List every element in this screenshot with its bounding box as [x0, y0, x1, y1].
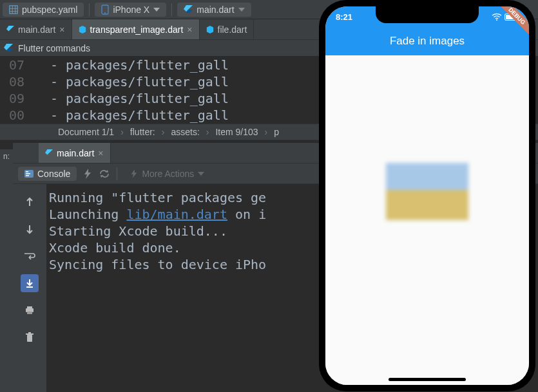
close-icon[interactable]: ×: [98, 148, 103, 158]
editor-tab-main[interactable]: main.dart ×: [0, 19, 72, 39]
run-tab-main[interactable]: main.dart ×: [39, 143, 111, 163]
file-label: main.dart: [197, 5, 234, 15]
run-config-label: pubspec.yaml: [22, 5, 77, 15]
home-indicator: [389, 378, 466, 381]
svg-rect-18: [26, 175, 29, 176]
scroll-down-button[interactable]: [21, 220, 39, 238]
chevron-down-icon: [153, 8, 160, 12]
svg-marker-14: [45, 149, 53, 155]
breadcrumb-item[interactable]: flutter:: [130, 127, 155, 137]
ios-simulator: DEBUG 8:21 Fade in images: [319, 0, 535, 391]
svg-rect-25: [27, 312, 32, 314]
close-icon[interactable]: ×: [187, 24, 192, 35]
chevron-down-icon: [198, 172, 204, 176]
flutter-commands-label: Flutter commands: [18, 43, 90, 53]
device-label: iPhone X: [113, 5, 149, 15]
lightning-icon[interactable]: [83, 169, 92, 179]
wifi-icon: [492, 13, 502, 21]
svg-point-6: [104, 12, 106, 14]
breadcrumb-item[interactable]: Document 1/1: [58, 127, 114, 137]
line-number: 07: [0, 57, 24, 73]
chevron-down-icon: [238, 8, 245, 12]
run-config-selector[interactable]: pubspec.yaml: [3, 3, 84, 17]
reload-icon[interactable]: [99, 169, 110, 179]
soft-wrap-button[interactable]: [21, 247, 39, 265]
console-action-bar: [13, 184, 46, 392]
fold-column: [31, 57, 50, 124]
svg-rect-27: [26, 333, 34, 335]
chevron-right-icon: ›: [265, 127, 268, 137]
app-title: Fade in images: [390, 35, 465, 48]
svg-point-29: [496, 19, 497, 21]
line-number: 09: [0, 90, 24, 107]
flutter-icon: [45, 149, 53, 157]
flutter-icon: [6, 26, 14, 33]
lightning-icon: [130, 169, 138, 178]
tab-label: main.dart: [57, 148, 94, 158]
tab-label: transparent_image.dart: [90, 24, 184, 35]
tab-label: main.dart: [18, 24, 55, 35]
breadcrumb-item[interactable]: assets:: [171, 127, 199, 137]
toolbar-separator: [171, 3, 172, 16]
scroll-up-button[interactable]: [21, 193, 39, 211]
svg-marker-10: [79, 26, 85, 33]
close-icon[interactable]: ×: [59, 24, 64, 35]
scroll-to-end-button[interactable]: [21, 274, 39, 292]
svg-rect-24: [27, 306, 32, 308]
file-selector[interactable]: main.dart: [177, 3, 251, 17]
svg-rect-0: [10, 5, 17, 13]
svg-rect-26: [27, 335, 32, 342]
tool-window-label[interactable]: n:: [0, 149, 13, 392]
tab-label: file.dart: [218, 24, 247, 35]
flutter-icon: [4, 44, 13, 53]
fading-image: [386, 163, 468, 239]
console-label: Console: [37, 169, 70, 179]
clear-button[interactable]: [21, 328, 39, 346]
phone-icon: [101, 5, 109, 15]
toolbar-separator: [89, 3, 90, 16]
grid-icon: [9, 5, 18, 14]
line-number: 08: [0, 73, 24, 90]
device-selector[interactable]: iPhone X: [95, 3, 166, 17]
editor-tab-transparent-image[interactable]: transparent_image.dart ×: [72, 19, 200, 39]
console-icon: [24, 170, 34, 178]
more-actions-label: More Actions: [142, 169, 194, 179]
chevron-right-icon: ›: [206, 127, 209, 137]
chevron-right-icon: ›: [120, 127, 124, 137]
simulator-screen[interactable]: DEBUG 8:21 Fade in images: [325, 6, 529, 385]
dart-icon: [206, 26, 214, 33]
print-button[interactable]: [21, 301, 39, 319]
breadcrumb-item[interactable]: p: [274, 127, 279, 137]
svg-rect-28: [28, 332, 31, 333]
svg-marker-22: [131, 169, 137, 178]
editor-tab-file[interactable]: file.dart: [200, 19, 255, 39]
chevron-right-icon: ›: [162, 127, 165, 137]
svg-rect-17: [26, 173, 30, 174]
svg-marker-11: [206, 26, 213, 33]
device-notch: [376, 6, 479, 23]
clock-label: 8:21: [336, 12, 352, 22]
app-bar: Fade in images: [325, 27, 529, 55]
line-number: 00: [0, 107, 24, 124]
console-link[interactable]: lib/main.dart: [126, 207, 227, 222]
svg-marker-19: [84, 169, 91, 179]
console-tab[interactable]: Console: [18, 167, 77, 181]
flutter-icon: [184, 5, 193, 14]
more-actions-dropdown[interactable]: More Actions: [124, 167, 211, 181]
breadcrumb-item[interactable]: Item 9/103: [215, 127, 258, 137]
svg-rect-16: [26, 171, 28, 173]
dart-icon: [79, 26, 86, 33]
app-body: [325, 55, 529, 385]
code-content[interactable]: - packages/flutter_gall - packages/flutt…: [50, 57, 229, 124]
line-number-gutter: 07 08 09 00: [0, 57, 31, 124]
svg-marker-9: [6, 26, 14, 32]
